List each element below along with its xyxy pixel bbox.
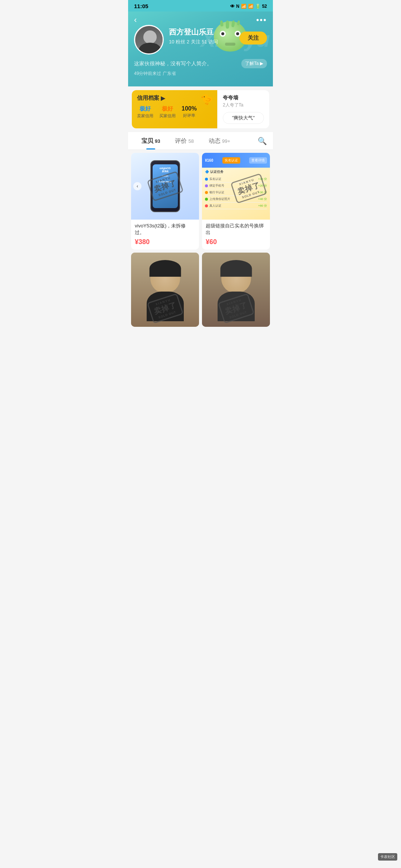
status-time: 11:05 [134,3,148,9]
link-price-tag: ¥160 [205,158,213,162]
task-label-4: 上传身份证照片 [209,197,230,201]
last-seen: 49分钟前来过 广东省 [134,70,267,77]
certified-badge: 实名认证 [222,157,240,164]
tab-items[interactable]: 宝贝 93 [134,132,167,149]
avatar-image [135,26,164,55]
status-bar: 11:05 👁 N 📶 📶 🔋 52 [128,0,273,11]
battery-icon: 🔋 [255,4,261,9]
buyer-credit: 极好 买家信用 [159,105,176,119]
credit-ratings: 极好 卖家信用 极好 买家信用 100% 好评率 [137,105,212,119]
task-label-2: 绑定手机号 [209,184,224,188]
tab-reviews[interactable]: 评价 58 [167,132,201,149]
task-label-1: 实名认证 [209,177,221,181]
product-price-2: ¥60 [206,238,266,246]
user-stats: 10 粉丝 2 关注 51 访问 [169,39,218,45]
task-icon-5 [205,204,208,207]
tab-dynamics[interactable]: 动态 99+ [201,132,238,149]
task-icon-2 [205,184,208,187]
bio-text: 这家伙很神秘，没有写个人简介。 了解Ta ▶ [134,59,267,68]
person-hair-4 [220,260,252,277]
credit-mascot: 🐤 [200,93,213,105]
product-card-2[interactable]: ¥160 实名认证 查看详情 🔷 认证任务 实名认证 +10 分 绑定手机号 +… [202,153,270,250]
tab-badge-dynamics: 99+ [222,138,230,144]
view-detail-btn[interactable]: 查看详情 [249,157,267,164]
wifi-icon: 📶 [241,4,247,9]
profile-info: 西方登山乐豆 10 粉丝 2 关注 51 访问 关注 [128,25,273,55]
bio-content: 这家伙很神秘，没有写个人简介。 [134,60,212,67]
task-icon-3 [205,191,208,194]
follow-button[interactable]: 关注 [239,32,267,45]
praise-subtitle: 2人夸了Ta [223,102,264,108]
tabs-section: 宝贝 93 评价 58 动态 99+ 🔍 [128,132,273,150]
task-row-5: 真人认证 +60 分 [205,203,267,209]
task-icon-1 [205,178,208,181]
back-button[interactable]: ‹ [134,15,137,25]
bio-section: 这家伙很神秘，没有写个人简介。 了解Ta ▶ 49分钟前来过 广东省 [128,55,273,79]
link-top-banner: ¥160 实名认证 查看详情 [202,153,270,168]
tab-label-reviews: 评价 [175,137,187,145]
praise-title: 夸夸墙 [223,95,264,101]
profile-header: Xianyu ‹ ••• [128,11,273,86]
task-icon-4 [205,198,208,201]
praise-tag: "爽快大气" [223,112,264,124]
credit-right[interactable]: 夸夸墙 2人夸了Ta "爽快大气" [217,90,269,128]
eye-icon: 👁 [230,4,235,9]
product-image-2: ¥160 实名认证 查看详情 🔷 认证任务 实名认证 +10 分 绑定手机号 +… [202,153,270,220]
product-info-2: 超级链接自己实名的号换绑出 ¥60 [202,220,270,250]
product-price-1: ¥380 [135,238,195,246]
nfc-icon: N [236,4,239,9]
product-card-1[interactable]: ‹ originOS 原系统 ocean 8+4GB 256GB XIANYU … [131,153,199,250]
product-image-3: XIANYU 卖掉了 SOLD OUT [131,253,199,327]
signal-icon: 📶 [248,4,254,9]
status-icons: 👁 N 📶 📶 🔋 52 [230,4,267,9]
task-points-4: +40 分 [258,197,267,201]
avatar [134,25,164,55]
product-card-4[interactable]: XIANYU 卖掉了 SOLD OUT [202,253,270,327]
tab-badge-items: 93 [155,138,160,144]
rating-percent: 100% 好评率 [182,105,197,119]
search-button[interactable]: 🔍 [258,137,267,145]
username: 西方登山乐豆 [169,27,218,37]
more-button[interactable]: ••• [256,15,267,25]
tab-badge-reviews: 58 [188,138,193,144]
product-title-2: 超级链接自己实名的号换绑出 [206,223,266,236]
product-grid: ‹ originOS 原系统 ocean 8+4GB 256GB XIANYU … [128,150,273,330]
tab-label-dynamics: 动态 [209,137,221,145]
credit-left[interactable]: 信用档案 ▶ 🐤 极好 卖家信用 极好 买家信用 100% 好评率 [132,90,217,128]
task-label-3: 银行卡认证 [209,190,224,194]
product-image-1: ‹ originOS 原系统 ocean 8+4GB 256GB XIANYU … [131,153,199,220]
task-points-5: +60 分 [258,204,267,208]
product-info-1: vivoY53s(t2版)，未拆修过。 ¥380 [131,220,199,250]
tab-label-items: 宝贝 [141,137,153,145]
person-hair-3 [149,260,181,277]
credit-section[interactable]: 信用档案 ▶ 🐤 极好 卖家信用 极好 买家信用 100% 好评率 夸夸墙 2人… [132,90,269,128]
learn-more-button[interactable]: 了解Ta ▶ [241,59,267,68]
task-label-5: 真人认证 [209,204,221,208]
product-title-1: vivoY53s(t2版)，未拆修过。 [135,223,195,236]
carousel-arrow-left[interactable]: ‹ [133,182,141,190]
profile-text: 西方登山乐豆 10 粉丝 2 关注 51 访问 关注 [169,25,267,45]
product-card-3[interactable]: XIANYU 卖掉了 SOLD OUT [131,253,199,327]
product-image-4: XIANYU 卖掉了 SOLD OUT [202,253,270,327]
seller-credit: 极好 卖家信用 [137,105,153,119]
